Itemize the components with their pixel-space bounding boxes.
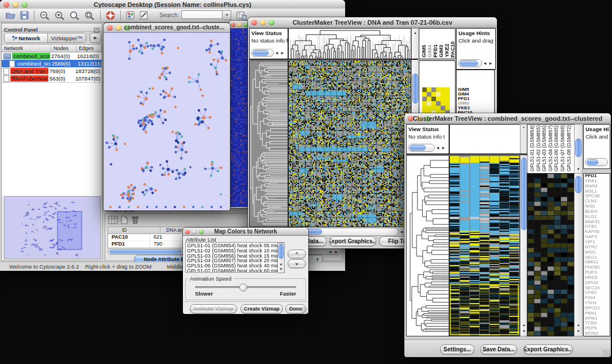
import-table-icon[interactable] <box>236 10 247 20</box>
mini-heatmap-cell[interactable] <box>445 92 450 97</box>
slider-thumb[interactable] <box>239 283 247 292</box>
move-down-button[interactable]: v <box>288 259 306 268</box>
tv1-usage-hscrollbar[interactable]: ◀▶ <box>458 59 494 67</box>
create-vizmap-button[interactable]: Create Vizmap <box>240 304 283 313</box>
vscroll-thumb[interactable] <box>575 176 582 193</box>
treeview1-titlebar[interactable]: ClusterMaker TreeView : DNA and Tran 07-… <box>248 17 497 28</box>
float-panel-icon[interactable] <box>94 25 100 35</box>
tv2-array-label[interactable]: GPL51-02 (GSM855) <box>536 125 541 171</box>
tv2-settings-button[interactable]: Settings... <box>440 344 475 354</box>
scroll-right-icon[interactable]: ▶ <box>488 60 494 67</box>
mini-heatmap-cell[interactable] <box>445 97 450 101</box>
network1-view-canvas[interactable] <box>105 32 229 210</box>
network-overview-panel[interactable] <box>4 196 101 259</box>
tv2-zoom-vscrollbar[interactable]: ▲ ▼ <box>574 173 583 336</box>
tv2-array-label[interactable]: GPL51-04 (GSM857) <box>548 125 553 171</box>
tv2-label-vscrollbar[interactable]: ▼ <box>574 124 583 174</box>
hscroll-thumb[interactable] <box>587 159 598 165</box>
tv2-usage-hscrollbar[interactable] <box>585 158 608 166</box>
annotation-icon[interactable] <box>139 10 150 20</box>
scroll-up-icon[interactable]: ▲ <box>412 30 419 36</box>
help-lifesaver-icon[interactable] <box>105 10 116 21</box>
dialog-titlebar[interactable]: Map Colors to Network <box>183 228 308 236</box>
tv2-array-label[interactable]: GPL51-07 (GSM868) <box>560 125 565 171</box>
search-dropdown-icon[interactable]: ▼ <box>223 10 231 20</box>
mini-heatmap-cell[interactable] <box>436 97 441 101</box>
tv2-gene-label[interactable]: MON2 <box>584 331 610 336</box>
tv2-status-hscrollbar[interactable]: ◀▶ <box>408 144 446 151</box>
mini-heatmap-cell[interactable] <box>427 97 431 101</box>
vscroll-thumb[interactable] <box>412 74 418 104</box>
zoom-button[interactable] <box>243 22 248 27</box>
search-input[interactable] <box>181 10 223 19</box>
save-icon[interactable] <box>20 10 29 20</box>
delete-attribute-icon[interactable] <box>131 216 139 227</box>
mini-heatmap-cell[interactable] <box>431 97 436 101</box>
vscroll-thumb[interactable] <box>575 139 582 157</box>
hscroll-thumb[interactable] <box>253 50 269 56</box>
hscroll-thumb[interactable] <box>460 60 478 66</box>
mini-heatmap-cell[interactable] <box>422 87 427 92</box>
tv1-array-label[interactable]: PFD1 <box>433 44 438 58</box>
tv1-array-label[interactable]: GIM4 <box>427 45 433 58</box>
hscroll-thumb[interactable] <box>109 249 182 254</box>
tv2-gene-dendrogram[interactable] <box>406 155 449 336</box>
scroll-down-icon[interactable]: ▼ <box>575 166 582 172</box>
network2-view-canvas[interactable] <box>230 28 250 207</box>
vizmapper-icon[interactable] <box>125 10 136 20</box>
main-titlebar[interactable]: Cytoscape Desktop (Session Name: collins… <box>0 0 345 9</box>
mini-heatmap-cell[interactable] <box>431 92 436 97</box>
tv1-global-heatmap[interactable] <box>288 60 411 227</box>
scroll-left-icon[interactable]: ◀ <box>274 49 280 56</box>
scroll-left-icon[interactable]: ◀ <box>399 228 404 235</box>
network-tree-row[interactable]: combined_scores2764(0)16218(0) <box>2 52 102 60</box>
data-col-id[interactable]: ID <box>108 227 160 233</box>
close-button[interactable] <box>107 25 113 30</box>
network-tree-row[interactable]: RNAPuberNov2+563(0)107847(0) <box>2 75 102 82</box>
tv2-save-data-button[interactable]: Save Data... <box>480 344 517 354</box>
tv1-array-label[interactable]: YKE2 <box>444 44 450 58</box>
network-table-column-header[interactable]: Network <box>2 45 51 52</box>
tv1-array-label[interactable]: GIM5 <box>421 45 427 58</box>
tv2-export-graphics-button[interactable]: Export Graphics... <box>523 344 573 354</box>
mini-heatmap-cell[interactable] <box>441 101 445 106</box>
vscroll-thumb[interactable] <box>278 244 284 259</box>
attribute-list-item[interactable]: GPL51-07 (GSM868) heat shock 60 min <box>186 269 284 273</box>
scroll-left-icon[interactable]: ◀ <box>482 60 488 67</box>
mini-heatmap-cell[interactable] <box>441 97 445 101</box>
mini-heatmap-cell[interactable] <box>441 106 445 110</box>
mini-heatmap-cell[interactable] <box>422 97 427 101</box>
mini-heatmap-cell[interactable] <box>422 101 427 106</box>
tv2-array-label[interactable]: GPL51-01 (GSM854) <box>529 125 535 171</box>
mini-heatmap-cell[interactable] <box>445 87 450 92</box>
mini-heatmap-cell[interactable] <box>422 106 427 110</box>
scroll-down-icon[interactable]: ▼ <box>575 328 582 334</box>
scroll-up-icon[interactable]: ▲ <box>575 322 582 328</box>
tab-vizmapper[interactable]: VizMapper™ <box>47 33 86 43</box>
animate-vizmap-button[interactable]: Animate Vizmap <box>190 304 237 313</box>
network-table-column-header[interactable]: Nodes <box>51 45 76 52</box>
tab-network[interactable]: Network <box>5 33 47 43</box>
attribute-list-vscrollbar[interactable]: ▲ ▼ <box>277 243 285 273</box>
mini-heatmap-cell[interactable] <box>436 106 441 110</box>
tv2-column-dendrogram[interactable] <box>449 124 521 154</box>
vscroll-thumb[interactable] <box>521 158 527 230</box>
mini-heatmap-cell[interactable] <box>445 101 450 106</box>
tv1-array-label[interactable]: GIM3 <box>438 45 444 58</box>
open-file-icon[interactable] <box>5 10 16 20</box>
resize-grip[interactable] <box>603 350 610 357</box>
network-tree-row[interactable]: DNA and Tran 07769(0)183728(0) <box>2 67 102 75</box>
treeview2-titlebar[interactable]: ClusterMaker TreeView : combined_scores_… <box>404 113 611 124</box>
scroll-right-icon[interactable]: ▶ <box>280 49 285 56</box>
scroll-right-icon[interactable]: ▶ <box>335 250 338 254</box>
scroll-right-icon[interactable]: ▶ <box>441 144 446 151</box>
table-mode-icon[interactable] <box>108 216 118 227</box>
mini-heatmap-cell[interactable] <box>436 101 441 106</box>
new-attribute-icon[interactable] <box>120 216 128 227</box>
mini-heatmap-cell[interactable] <box>441 92 445 97</box>
tv1-array-label[interactable]: PAC10 <box>450 41 456 58</box>
tv1-column-dendrogram[interactable] <box>288 28 411 59</box>
scroll-down-icon[interactable]: ▼ <box>278 266 284 272</box>
mini-heatmap-cell[interactable] <box>431 101 436 106</box>
zoom-selected-icon[interactable] <box>69 10 81 21</box>
